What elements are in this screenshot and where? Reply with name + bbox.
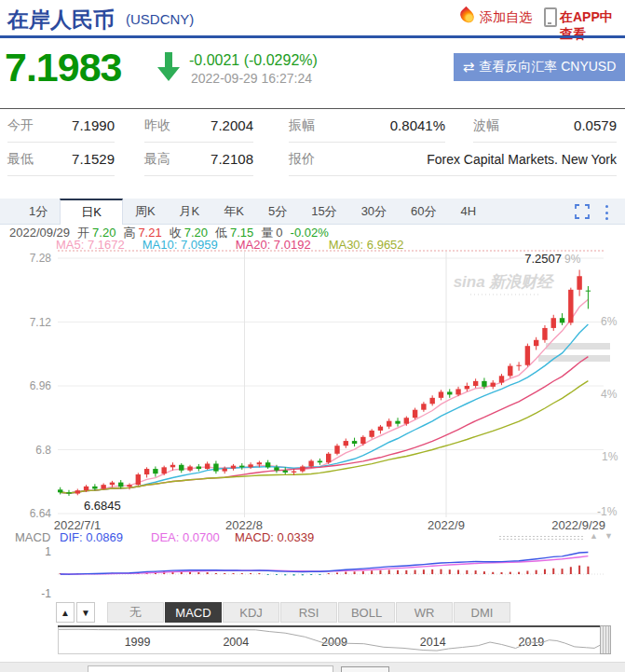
price-change: -0.0021 (-0.0292%) <box>189 52 318 69</box>
period-tab-1分[interactable]: 1分 <box>17 199 60 224</box>
usdcny-quote-page: 在岸人民币 (USDCNY) 添加自选 在APP中查看 7.1983 -0.00… <box>0 0 625 672</box>
period-tab-日K[interactable]: 日K <box>60 199 123 225</box>
indicator-tab-KDJ[interactable]: KDJ <box>223 602 279 623</box>
stat-high: 最高 7.2108 <box>144 143 253 176</box>
scroll-down-icon[interactable]: ▼ <box>605 531 613 541</box>
navigator-scrollbar-handle[interactable] <box>600 625 611 654</box>
svg-text:2004: 2004 <box>223 636 249 649</box>
add-watchlist-link[interactable]: 添加自选 <box>480 9 532 26</box>
footer-search-button[interactable] <box>341 666 389 672</box>
stat-amplitude: 振幅 0.8041% <box>289 109 445 143</box>
svg-text:7.28: 7.28 <box>30 252 52 265</box>
symbol-code: (USDCNY) <box>126 11 194 27</box>
period-tab-30分[interactable]: 30分 <box>349 199 399 224</box>
indicator-up-button[interactable]: ▲ <box>56 602 75 623</box>
macd-dea-value: DEA: 0.0700 <box>151 530 220 544</box>
sina-watermark: sina 新浪财经 <box>454 273 555 291</box>
reverse-rate-label: 查看反向汇率 CNYUSD <box>479 59 616 75</box>
svg-text:6%: 6% <box>601 315 618 328</box>
indicator-row: ▲ ▼ 无MACDKDJRSIBOLLWRDMI <box>0 602 625 624</box>
svg-text:6.6845: 6.6845 <box>84 499 121 513</box>
indicator-tab-无[interactable]: 无 <box>107 602 164 623</box>
period-tab-5分[interactable]: 5分 <box>256 199 299 224</box>
svg-text:6.8: 6.8 <box>35 444 51 457</box>
svg-text:9%: 9% <box>564 253 581 266</box>
svg-text:2014: 2014 <box>420 636 446 649</box>
period-tabs: 1分日K周K月K年K5分15分30分60分4H <box>0 199 625 225</box>
page-header: 在岸人民币 (USDCNY) 添加自选 在APP中查看 <box>0 0 625 39</box>
quote-timestamp: 2022-09-29 16:27:24 <box>191 71 312 86</box>
flame-icon <box>457 7 477 26</box>
stats-table: 今开 7.1990 昨收 7.2004 振幅 0.8041% 波幅 0.0579… <box>0 109 625 176</box>
period-tab-4H[interactable]: 4H <box>449 199 489 224</box>
svg-text:-1%: -1% <box>597 505 618 518</box>
period-tab-周K[interactable]: 周K <box>123 199 168 224</box>
period-tab-15分[interactable]: 15分 <box>299 199 348 224</box>
period-tab-60分[interactable]: 60分 <box>399 199 448 224</box>
macd-macd-value: MACD: 0.0339 <box>235 530 314 544</box>
macd-chart: 1-1 <box>0 544 625 601</box>
macd-panel-label: MACD <box>15 530 50 544</box>
indicator-tab-RSI[interactable]: RSI <box>280 602 337 623</box>
indicator-tab-DMI[interactable]: DMI <box>454 602 510 623</box>
scroll-grip[interactable] <box>498 535 584 541</box>
scroll-up-icon[interactable]: ▲ <box>590 531 598 541</box>
navigator-chart: 19992004200920142019 <box>58 625 611 658</box>
stats-row-1: 今开 7.1990 昨收 7.2004 振幅 0.8041% 波幅 0.0579 <box>0 109 625 143</box>
header-divider <box>0 35 625 38</box>
footer-bar <box>0 662 625 672</box>
period-tab-年K[interactable]: 年K <box>211 199 256 224</box>
svg-text:1999: 1999 <box>125 636 151 649</box>
period-tab-月K[interactable]: 月K <box>168 199 212 224</box>
svg-text:6.96: 6.96 <box>30 379 52 392</box>
indicator-tab-BOLL[interactable]: BOLL <box>338 602 395 623</box>
svg-text:-1: -1 <box>41 587 51 600</box>
stat-prev-close: 昨收 7.2004 <box>144 109 253 143</box>
svg-text:7.12: 7.12 <box>30 316 52 329</box>
stats-row-2: 最低 7.1529 最高 7.2108 报价 Forex Capital Mar… <box>0 143 625 176</box>
svg-text:2009: 2009 <box>321 636 347 649</box>
svg-text:4%: 4% <box>601 388 618 401</box>
stat-range: 波幅 0.0579 <box>473 109 617 143</box>
more-menu-button[interactable] <box>602 205 611 220</box>
stat-open: 今开 7.1990 <box>7 109 115 143</box>
down-arrow-icon <box>156 52 181 86</box>
svg-text:1: 1 <box>45 545 51 558</box>
macd-info-bar: MACD DIF: 0.0869 DEA: 0.0700 MACD: 0.033… <box>0 530 625 543</box>
indicator-tabs: 无MACDKDJRSIBOLLWRDMI <box>107 602 511 623</box>
stat-low: 最低 7.1529 <box>7 143 115 176</box>
indicator-down-button[interactable]: ▼ <box>76 602 95 623</box>
svg-text:1%: 1% <box>602 450 618 463</box>
current-price: 7.1983 <box>5 45 122 90</box>
reverse-rate-button[interactable]: ⇄ 查看反向汇率 CNYUSD <box>454 53 625 81</box>
phone-icon <box>544 7 557 27</box>
footer-search-input[interactable] <box>88 665 333 672</box>
stat-quote-source: 报价 Forex Capital Markets. New York <box>289 143 617 176</box>
candlestick-chart[interactable]: 7.287.126.966.86.649%6%4%1%-1%sina 新浪财经7… <box>0 250 625 533</box>
macd-dif-value: DIF: 0.0869 <box>60 530 123 544</box>
history-navigator[interactable]: 19992004200920142019 <box>58 625 611 654</box>
fullscreen-button[interactable] <box>575 204 590 223</box>
svg-text:7.2507: 7.2507 <box>524 252 562 266</box>
swap-icon: ⇄ <box>463 59 475 75</box>
svg-text:6.64: 6.64 <box>30 507 52 520</box>
page-title: 在岸人民币 <box>7 6 115 34</box>
indicator-tab-MACD[interactable]: MACD <box>165 602 222 623</box>
indicator-tab-WR[interactable]: WR <box>396 602 453 623</box>
